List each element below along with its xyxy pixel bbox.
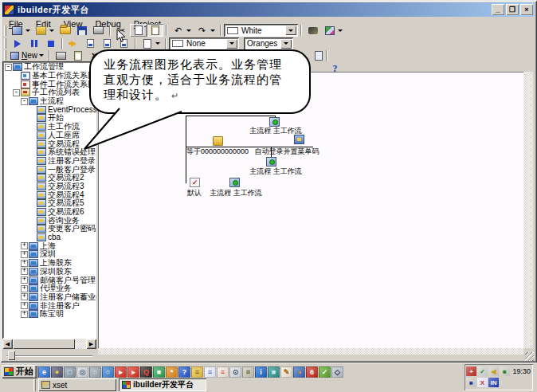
- cd-icon[interactable]: ◎: [76, 367, 88, 378]
- expand-icon[interactable]: +: [21, 251, 28, 258]
- resize-grip[interactable]: [525, 352, 534, 361]
- collapse-icon[interactable]: -: [21, 98, 28, 105]
- start-button[interactable]: 开始: [2, 365, 37, 378]
- page-blue-icon[interactable]: ≡: [204, 367, 216, 378]
- line-style-combo[interactable]: None: [169, 37, 239, 50]
- flow-node-process-icon[interactable]: [266, 157, 276, 167]
- media-red-2-icon[interactable]: ▸: [127, 367, 139, 378]
- tree-item[interactable]: +深圳股东: [3, 268, 96, 276]
- title-bar[interactable]: ibuilder开发平台 _ ❐ ×: [2, 2, 535, 17]
- qq-icon[interactable]: Q: [140, 367, 152, 378]
- quicklaunch-handle[interactable]: [33, 366, 36, 378]
- new-item-dropdown-icon[interactable]: [39, 54, 44, 57]
- canvas-hscrollbar[interactable]: [98, 348, 523, 355]
- tree-item[interactable]: 事件工作流关系图: [3, 80, 96, 88]
- tree-item[interactable]: 交易流程6: [3, 208, 96, 217]
- ime-ox-icon[interactable]: X: [477, 378, 488, 387]
- scroll-right-icon[interactable]: ▶: [86, 339, 96, 349]
- tree-item[interactable]: 人工座席: [3, 131, 96, 140]
- expand-icon[interactable]: +: [21, 242, 28, 249]
- keys-icon[interactable]: ¤: [242, 367, 254, 378]
- close-button[interactable]: ×: [520, 4, 533, 15]
- expand-icon[interactable]: +: [21, 293, 28, 300]
- flow-node-process-icon[interactable]: [269, 117, 280, 127]
- folder-search-icon[interactable]: ≡: [191, 367, 203, 378]
- fill-combo-dropdown-icon[interactable]: [285, 25, 296, 35]
- globe-orange-icon[interactable]: ◑: [293, 367, 305, 378]
- scroll-thumb[interactable]: [13, 339, 75, 349]
- tree-item[interactable]: -主流程: [3, 97, 96, 106]
- flow-default-icon[interactable]: [190, 178, 200, 187]
- ime-in-icon[interactable]: IN: [488, 378, 499, 387]
- undo-button[interactable]: ↶: [170, 24, 186, 37]
- new-model-dropdown-icon[interactable]: [25, 29, 30, 32]
- expand-icon[interactable]: +: [21, 302, 28, 309]
- tree-item[interactable]: -子工作流列表: [3, 88, 96, 97]
- flow-autologin-icon[interactable]: [294, 135, 304, 144]
- redo-dropdown-icon[interactable]: [210, 29, 215, 32]
- tree-item[interactable]: +非注册客户: [3, 301, 96, 310]
- new-component-dropdown-icon[interactable]: [49, 29, 54, 32]
- ie-icon[interactable]: e: [38, 367, 50, 378]
- pad-green-icon[interactable]: ✓: [319, 367, 331, 378]
- scroll-track[interactable]: [75, 339, 86, 349]
- tree-item[interactable]: EventProcess: [3, 105, 96, 114]
- tree-item[interactable]: +陈宝明: [3, 310, 96, 319]
- scroll-left-icon[interactable]: ◀: [2, 339, 13, 349]
- print-view-button[interactable]: [53, 49, 69, 62]
- doc-pencil-icon[interactable]: ✎: [280, 367, 292, 378]
- expand-icon[interactable]: +: [21, 311, 28, 318]
- fill-color-combo[interactable]: White: [224, 24, 298, 37]
- undo-dropdown-icon[interactable]: [186, 29, 191, 32]
- info-blue-icon[interactable]: i: [255, 367, 267, 378]
- paste-special-button[interactable]: [69, 49, 86, 62]
- new-model-button[interactable]: [9, 24, 25, 37]
- agent-red-icon[interactable]: +: [466, 367, 476, 376]
- wizard-dropdown-icon[interactable]: [338, 29, 343, 32]
- paste-button[interactable]: [147, 24, 163, 37]
- line-combo-dropdown-icon[interactable]: [226, 39, 237, 49]
- monitor-green-icon[interactable]: ■: [153, 367, 165, 378]
- flow-condition-folder-icon[interactable]: [213, 136, 223, 146]
- tree-item[interactable]: cba: [3, 233, 96, 242]
- tree-hscrollbar[interactable]: ◀ ▶: [2, 339, 96, 349]
- toolbar-grip[interactable]: [4, 50, 6, 61]
- tree-item[interactable]: 主工作流: [3, 123, 96, 131]
- flag-green-icon[interactable]: ■: [500, 367, 510, 376]
- scheme-combo-dropdown-icon[interactable]: [280, 39, 292, 49]
- monitor-icon[interactable]: □: [64, 367, 76, 378]
- toolbar-grip[interactable]: [4, 25, 6, 36]
- properties-button[interactable]: [310, 49, 327, 62]
- expand-icon[interactable]: +: [21, 260, 28, 267]
- search-gray-icon[interactable]: ◇: [331, 367, 343, 378]
- restore-button[interactable]: ❐: [506, 4, 519, 15]
- copy-button[interactable]: [130, 24, 147, 37]
- zoom-slider-thumb[interactable]: [8, 351, 15, 360]
- collapse-icon[interactable]: -: [13, 89, 20, 96]
- new-component-button[interactable]: [33, 24, 49, 37]
- sync-green-icon[interactable]: ✓: [477, 367, 488, 376]
- save-button[interactable]: [73, 24, 90, 37]
- taskband-handle[interactable]: [33, 379, 36, 391]
- tree-item[interactable]: 注册客户登录: [3, 157, 96, 166]
- tree-item[interactable]: 开始: [3, 114, 96, 123]
- monitor-teal-icon[interactable]: ■: [268, 367, 280, 378]
- open-button[interactable]: [57, 24, 73, 37]
- tool-orange-icon[interactable]: *: [166, 367, 178, 378]
- view-mode-button[interactable]: [139, 37, 155, 50]
- tree-item[interactable]: 咨询业务: [3, 216, 96, 225]
- minimize-button[interactable]: _: [492, 4, 504, 15]
- ball-red-icon[interactable]: 6: [306, 367, 318, 378]
- tree-item[interactable]: 系统错误处理: [3, 148, 96, 157]
- tree-item[interactable]: 交易流程: [3, 139, 96, 148]
- tree-item[interactable]: +代理业务: [3, 284, 96, 293]
- page-red-icon[interactable]: ≡: [217, 367, 229, 378]
- toolbar-grip[interactable]: [4, 38, 6, 49]
- view-mode-dropdown-icon[interactable]: [155, 42, 160, 45]
- tree-item[interactable]: 变更客户密码: [3, 225, 96, 233]
- tree-item[interactable]: +上海股东: [3, 259, 96, 268]
- flow-node-process-icon[interactable]: [229, 178, 240, 187]
- media-red-1-icon[interactable]: ▸: [115, 367, 127, 378]
- globe-dark-icon[interactable]: ●: [51, 367, 63, 378]
- expand-icon[interactable]: +: [21, 268, 28, 275]
